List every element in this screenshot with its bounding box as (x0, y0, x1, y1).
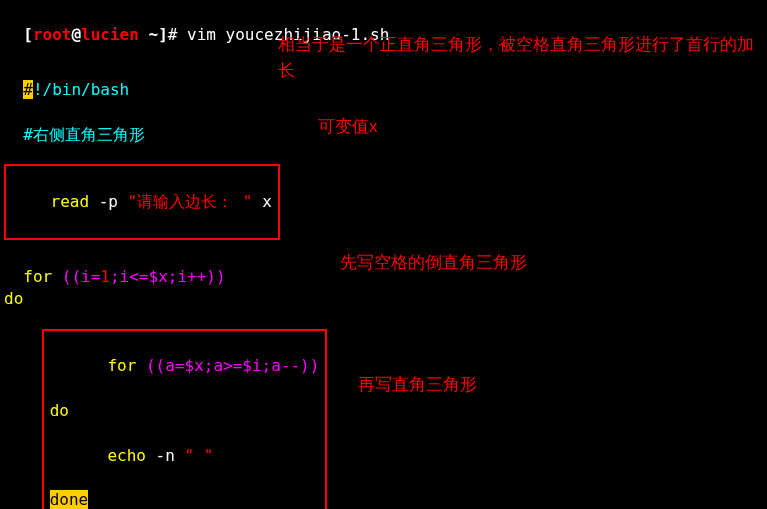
annotation-triangle: 再写直角三角形 (358, 372, 477, 398)
bracket-open: [ (23, 25, 33, 44)
read-var: x (253, 192, 272, 211)
bracket-close: ] (158, 25, 168, 44)
read-flag: -p (89, 192, 128, 211)
for-a-kw: for (107, 356, 146, 375)
echo-a-flag: -n (146, 446, 185, 465)
echo-a-kw: echo (107, 446, 146, 465)
shebang-text: !/bin/bash (33, 80, 129, 99)
prompt-host: lucien (81, 25, 139, 44)
prompt-at: @ (71, 25, 81, 44)
for-a-line: for ((a=$x;a>=$i;a--)) (50, 333, 320, 400)
echo-a-str: " " (185, 446, 214, 465)
annotation-var: 可变值x (318, 114, 378, 140)
annotation-space: 先写空格的倒直角三角形 (340, 250, 527, 276)
read-box: read -p "请输入边长： " x (4, 164, 280, 239)
for-a-box: for ((a=$x;a>=$i;a--)) do echo -n " " do… (42, 329, 328, 509)
read-keyword: read (51, 192, 90, 211)
prompt-user: root (33, 25, 72, 44)
for-kw: for (23, 267, 62, 286)
echo-a-line: echo -n " " (50, 422, 320, 489)
comment-text: #右侧直角三角形 (23, 125, 145, 144)
done-a: done (50, 489, 320, 509)
prompt-tilde: ~ (139, 25, 158, 44)
comment-line: #右侧直角三角形 (4, 102, 763, 147)
for-paren2: ;i<=$x;i++)) (110, 267, 226, 286)
shebang-hash: # (23, 80, 33, 99)
annotation-main: 相当于是一个正直角三角形，被空格直角三角形进行了首行的加长 (278, 32, 758, 83)
do-outer: do (4, 288, 763, 310)
read-string: "请输入边长： " (128, 192, 253, 211)
prompt-hash: # (168, 25, 187, 44)
do-a: do (50, 400, 320, 422)
for-a-paren: ((a=$x;a>=$i;a--)) (146, 356, 319, 375)
for-one: 1 (100, 267, 110, 286)
read-line: read -p "请输入边长： " x (12, 168, 272, 235)
for-paren1: ((i= (62, 267, 101, 286)
